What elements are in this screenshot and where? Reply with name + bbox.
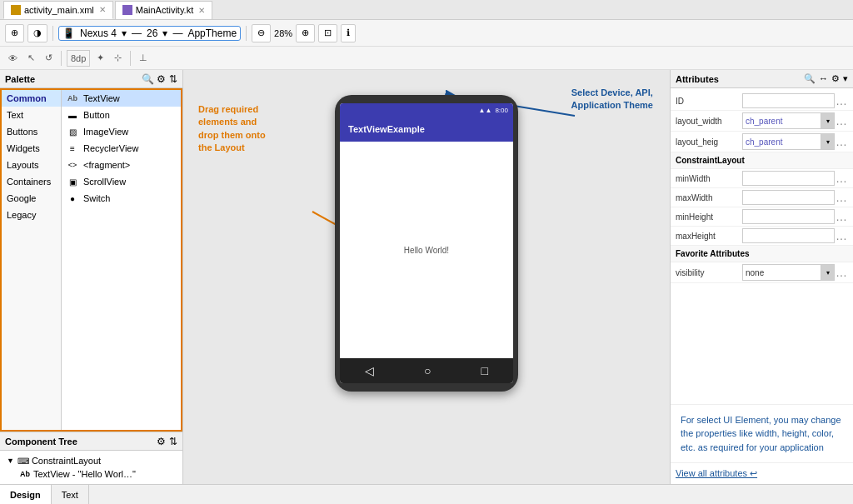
scrollview-icon: ▣ (67, 176, 78, 187)
attr-visibility-dots[interactable]: … (835, 266, 848, 279)
palette-item-fragment-label: <fragment> (83, 160, 130, 170)
orient-button[interactable]: ⊕ (5, 24, 24, 42)
tree-item-textview-label: TextView - "Hello Worl…" (33, 469, 136, 479)
component-tree-panel: Component Tree ⚙ ⇅ ▼ ⌨ ConstraintLayout … (0, 432, 182, 484)
palette-item-scrollview[interactable]: ▣ ScrollView (62, 173, 181, 190)
palette-item-imageview[interactable]: ▨ ImageView (62, 123, 181, 140)
palette-icon-bar: 🔍 ⚙ ⇅ (142, 73, 177, 85)
attr-id-input[interactable] (742, 93, 835, 108)
palette-item-button[interactable]: ▬ Button (62, 107, 181, 123)
nav-back-btn[interactable]: ◁ (365, 364, 374, 377)
palette-item-button-label: Button (83, 110, 110, 120)
attr-maxwidth-dots[interactable]: … (835, 191, 848, 204)
attr-settings-icon[interactable]: ⚙ (831, 73, 840, 84)
attr-more-icon[interactable]: ▾ (843, 73, 848, 84)
palette-cat-common[interactable]: Common (2, 90, 61, 107)
textview-icon: Ab (67, 92, 78, 104)
palette-cat-containers[interactable]: Containers (2, 173, 61, 190)
attr-layout-width-dropdown[interactable]: ▾ (821, 113, 834, 128)
attr-maxheight-input[interactable] (742, 228, 835, 243)
phone-app-bar: TextViewExample (340, 117, 513, 142)
secondary-toolbar: 👁 ↖ ↺ 8dp ✦ ⊹ ⊥ (0, 47, 853, 70)
api-separator: — (132, 27, 142, 39)
palette-settings-icon[interactable]: ⚙ (157, 73, 166, 85)
tab-mainactivity[interactable]: MainActivity.kt ✕ (115, 1, 212, 19)
palette-cat-buttons[interactable]: Buttons (2, 123, 61, 140)
margin-button[interactable]: 8dp (67, 50, 90, 67)
attributes-header: Attributes 🔍 ↔ ⚙ ▾ (671, 70, 853, 88)
attr-row-minwidth: minWidth … (671, 169, 853, 188)
tree-arrow-icon: ▼ (7, 457, 14, 465)
comp-tree-settings-icon[interactable]: ⚙ (157, 436, 166, 447)
attr-row-maxwidth: maxWidth … (671, 188, 853, 207)
attr-minwidth-input[interactable] (742, 171, 835, 186)
zoom-in-button[interactable]: ⊕ (296, 24, 315, 42)
attr-visibility-dropdown[interactable]: ▾ (821, 265, 834, 280)
theme-button[interactable]: ◑ (27, 24, 47, 42)
attr-layout-height-dropdown[interactable]: ▾ (821, 134, 834, 149)
zoom-out-button[interactable]: ⊖ (252, 24, 271, 42)
baseline-button[interactable]: ⊥ (136, 50, 151, 67)
attr-maxheight-dots[interactable]: … (835, 229, 848, 242)
comp-tree-sort-icon[interactable]: ⇅ (169, 436, 177, 447)
status-wifi-icon: ▲▲ (479, 107, 492, 114)
cursor-button[interactable]: ↖ (24, 50, 38, 67)
attr-section-constraint: ConstraintLayout (671, 152, 853, 169)
tab-activity-main-close[interactable]: ✕ (99, 5, 106, 14)
tree-item-textview[interactable]: Ab TextView - "Hello Worl…" (17, 467, 179, 481)
bottom-tab-text[interactable]: Text (52, 485, 89, 504)
attr-visibility-selected: none (743, 265, 821, 280)
refresh-button[interactable]: ↺ (42, 50, 56, 67)
wand-button[interactable]: ⊹ (111, 50, 125, 67)
attr-search-icon[interactable]: 🔍 (804, 73, 816, 84)
palette-cat-widgets[interactable]: Widgets (2, 140, 61, 157)
palette-cat-layouts[interactable]: Layouts (2, 157, 61, 173)
attr-minwidth-dots[interactable]: … (835, 172, 848, 185)
palette-cat-legacy[interactable]: Legacy (2, 207, 61, 223)
tab-mainactivity-close[interactable]: ✕ (198, 6, 205, 15)
view-all-attributes-link[interactable]: View all attributes ↩ (671, 462, 853, 484)
device-chevron: ▾ (122, 27, 127, 39)
palette-item-fragment[interactable]: <> <fragment> (62, 157, 181, 173)
attr-maxwidth-input[interactable] (742, 190, 835, 205)
attr-layout-width-select[interactable]: ch_parent ▾ (742, 112, 835, 129)
attr-layout-height-dots[interactable]: … (835, 135, 848, 148)
attr-expand-icon[interactable]: ↔ (819, 73, 828, 84)
info-button[interactable]: ℹ (341, 24, 356, 42)
attr-minheight-input[interactable] (742, 209, 835, 224)
button-icon: ▬ (67, 109, 78, 121)
attr-maxwidth-label: maxWidth (676, 193, 742, 202)
zoom-fit-button[interactable]: ⊡ (318, 24, 337, 42)
tab-mainactivity-label: MainActivity.kt (136, 5, 193, 15)
attr-icon-bar: 🔍 ↔ ⚙ ▾ (804, 73, 848, 84)
toolbar2-sep-1 (61, 51, 62, 66)
eye-button[interactable]: 👁 (5, 50, 21, 67)
palette-item-switch[interactable]: ● Switch (62, 190, 181, 207)
phone-content: Hello World! (340, 142, 513, 358)
palette-item-textview[interactable]: Ab TextView (62, 90, 181, 107)
tab-activity-main[interactable]: activity_main.xml ✕ (3, 1, 113, 19)
attr-layout-width-dots[interactable]: … (835, 114, 848, 127)
tree-item-constraintlayout[interactable]: ▼ ⌨ ConstraintLayout (3, 454, 179, 467)
palette-item-recyclerview[interactable]: ≡ RecyclerView (62, 140, 181, 157)
device-selector[interactable]: 📱 Nexus 4 ▾ — 26 ▾ — AppTheme (58, 26, 241, 41)
attr-visibility-select[interactable]: none ▾ (742, 264, 835, 281)
attributes-title: Attributes (676, 74, 719, 84)
design-canvas[interactable]: Drag requiredelements anddrop them ontot… (183, 70, 670, 484)
nav-home-btn[interactable]: ○ (424, 364, 431, 377)
switch-icon: ● (67, 192, 78, 204)
palette-cat-text[interactable]: Text (2, 107, 61, 123)
attr-row-id: ID … (671, 92, 853, 111)
bottom-tab-design[interactable]: Design (0, 485, 52, 504)
attr-layout-height-select[interactable]: ch_parent ▾ (742, 133, 835, 150)
palette-cat-google[interactable]: Google (2, 190, 61, 207)
palette-item-textview-label: TextView (83, 93, 120, 103)
palette-sort-icon[interactable]: ⇅ (169, 73, 177, 85)
nav-recents-btn[interactable]: □ (481, 364, 488, 377)
attr-id-dots[interactable]: … (835, 94, 848, 107)
tab-bar: activity_main.xml ✕ MainActivity.kt ✕ (0, 0, 853, 20)
attr-minheight-label: minHeight (676, 212, 742, 222)
palette-search-icon[interactable]: 🔍 (142, 73, 153, 85)
magic-button[interactable]: ✦ (93, 50, 107, 67)
attr-minheight-dots[interactable]: … (835, 210, 848, 223)
